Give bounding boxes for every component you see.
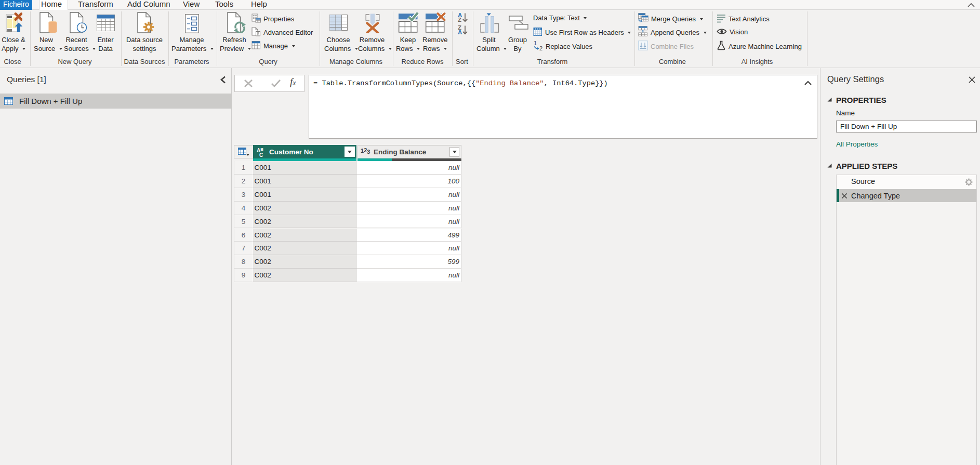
svg-text:2: 2 bbox=[539, 45, 542, 51]
svg-text:1: 1 bbox=[534, 41, 537, 46]
